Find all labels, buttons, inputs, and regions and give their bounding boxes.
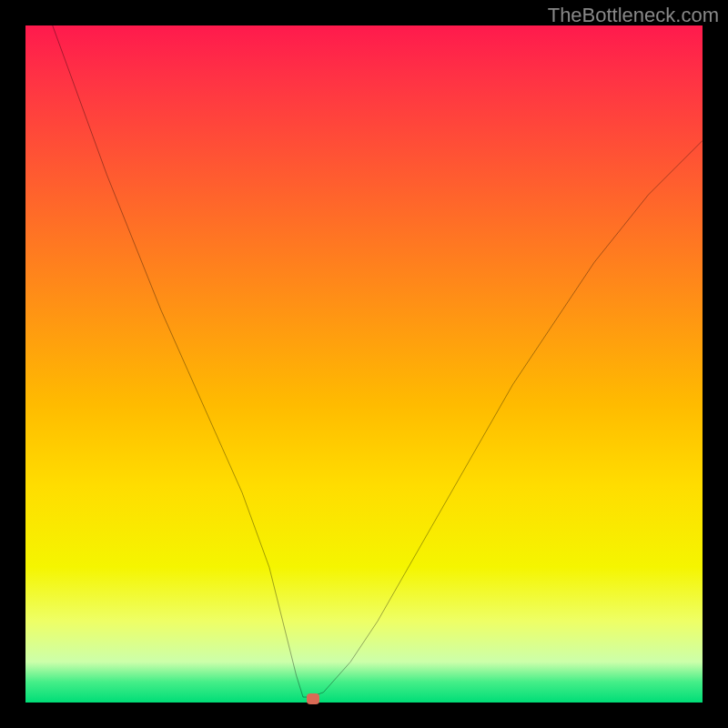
chart-plot-area <box>25 25 703 703</box>
watermark-text: TheBottleneck.com <box>548 4 719 27</box>
bottleneck-curve <box>25 25 703 703</box>
optimal-point-marker <box>307 693 319 704</box>
